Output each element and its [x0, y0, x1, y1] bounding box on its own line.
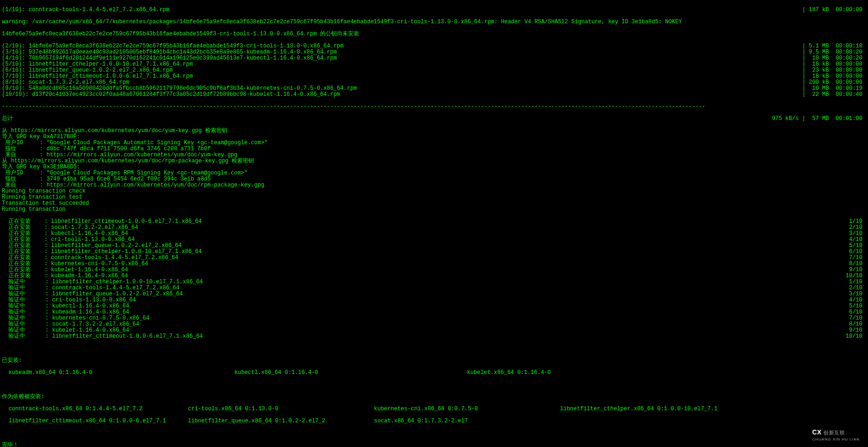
- watermark-logo: CX 创新互联 CHUANG XIN HU LIAN: [812, 429, 860, 442]
- separator: ----------------------------------------…: [2, 104, 866, 110]
- gpg-line: Running transaction check: [2, 188, 866, 194]
- pkg-entry: kubernetes-cni.x86_64 0:0.7.5-0: [374, 406, 560, 412]
- gpg-line: Running transaction: [2, 207, 866, 213]
- download-stat: | 187 kB 00:00:00: [802, 7, 866, 13]
- blank: [2, 430, 866, 436]
- total-label: 总计: [2, 116, 13, 122]
- gpg-line: 从 https://mirrors.aliyun.com/kubernetes/…: [2, 158, 866, 164]
- trans-line: 验证中 : libnetfilter_cttimeout-1.0.0-6.el7…: [2, 334, 203, 340]
- gpg-line: Running transaction test: [2, 194, 866, 200]
- installed-heading: 已安装:: [2, 358, 866, 364]
- pkg-entry: [560, 418, 746, 424]
- pkg-entry: libnetfilter_cttimeout.x86_64 0:1.0.0-6.…: [2, 418, 188, 424]
- blank: [2, 382, 866, 388]
- gpg-line: 来自 : https://mirrors.aliyun.com/kubernet…: [2, 182, 866, 188]
- pkg-entry: socat.x86_64 0:1.7.3.2-2.el7: [374, 418, 560, 424]
- logo-sub: CHUANG XIN HU LIAN: [812, 437, 860, 441]
- gpg-line: Transaction test succeeded: [2, 200, 866, 207]
- total-stat: 975 kB/s | 57 MB 00:01:00: [772, 116, 866, 122]
- download-line: (1/10): conntrack-tools-1.4.4-5.el7_7.2.…: [2, 7, 169, 13]
- download-stat: | 22 MB 00:00:40: [802, 92, 866, 98]
- warning-line: warning: /var/cache/yum/x86_64/7/kuberne…: [2, 19, 866, 25]
- pkg-entry: cri-tools.x86_64 0:1.13.0-0: [188, 406, 374, 412]
- blank: [2, 346, 866, 352]
- pkg-entry: kubectl.x86_64 0:1.16.4-0: [234, 370, 467, 376]
- deps-heading: 作为依赖被安装:: [2, 394, 866, 400]
- pkg-entry: libnetfilter_queue.x86_64 0:1.0.2-2.el7_…: [188, 418, 374, 424]
- pkg-entry: kubeadm.x86_64 0:1.16.4-0: [2, 370, 234, 376]
- pkg-entry: conntrack-tools.x86_64 0:1.4.4-5.el7_7.2: [2, 406, 188, 412]
- gpg-line: 从 https://mirrors.aliyun.com/kubernetes/…: [2, 128, 866, 134]
- pubkey-line: 14bfe6e75a9efc8eca3f638eb22c7e2ce759c67f…: [2, 31, 866, 37]
- download-line: (10/10): d13f20c41037ec4923cc02f0aa48a67…: [2, 92, 340, 98]
- pkg-entry: kubelet.x86_64 0:1.16.4-0: [467, 370, 700, 376]
- logo-text: 创新互联: [823, 430, 845, 435]
- terminal-output[interactable]: (1/10): conntrack-tools-1.4.4-5.el7_7.2.…: [0, 0, 868, 447]
- pkg-entry: libnetfilter_cthelper.x86_64 0:1.0.0-10.…: [560, 406, 746, 412]
- done-line: 完毕！: [2, 442, 866, 447]
- trans-count: 10/10: [846, 334, 866, 340]
